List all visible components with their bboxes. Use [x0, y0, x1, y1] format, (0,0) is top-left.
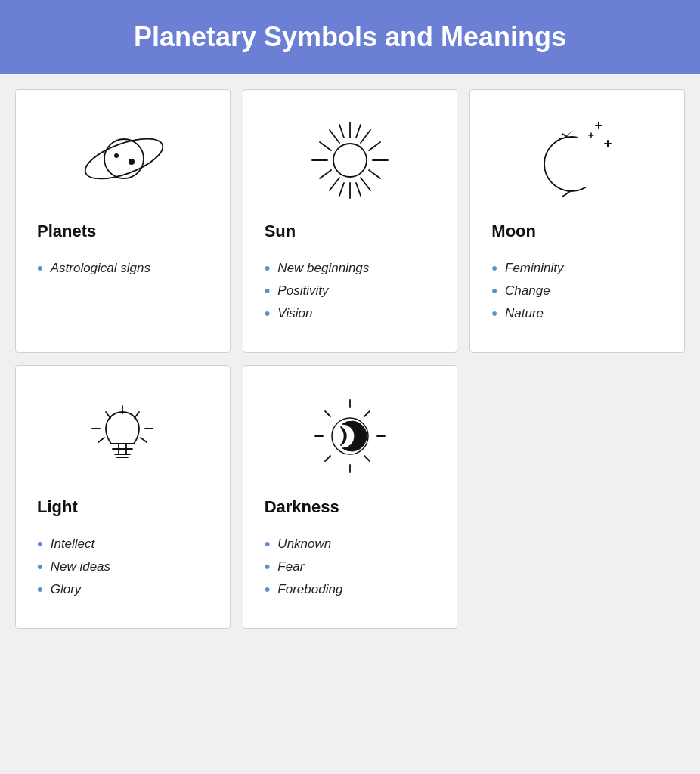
svg-line-10 — [330, 178, 339, 190]
svg-line-39 — [135, 412, 139, 418]
list-item: New ideas — [37, 559, 209, 575]
list-item: Nature — [491, 305, 663, 322]
card-sun: Sun New beginnings Positivity Vision — [243, 89, 458, 353]
svg-line-12 — [330, 130, 339, 143]
list-item: Glory — [37, 581, 209, 598]
svg-line-15 — [369, 170, 380, 178]
svg-line-46 — [325, 411, 330, 416]
svg-line-40 — [98, 438, 104, 442]
moon-divider — [491, 249, 663, 249]
list-item: New beginnings — [265, 260, 436, 277]
svg-line-14 — [369, 142, 380, 150]
svg-line-8 — [361, 178, 370, 190]
list-item: Change — [491, 283, 663, 299]
svg-line-41 — [141, 438, 147, 442]
darkness-title: Darkness — [265, 497, 436, 517]
svg-line-20 — [339, 125, 344, 138]
svg-point-22 — [559, 138, 608, 186]
sun-icon — [265, 111, 436, 209]
page-header: Planetary Symbols and Meanings — [0, 0, 700, 74]
svg-point-4 — [333, 144, 367, 177]
svg-line-19 — [320, 142, 331, 150]
light-icon — [37, 387, 209, 485]
list-item: Foreboding — [265, 581, 436, 598]
svg-point-0 — [104, 139, 144, 178]
card-darkness: Darkness Unknown Fear Foreboding — [243, 365, 458, 629]
svg-line-18 — [320, 170, 331, 178]
list-item: Unknown — [265, 536, 436, 553]
svg-line-6 — [361, 130, 370, 143]
planets-list: Astrological signs — [37, 260, 209, 277]
list-item: Intellect — [37, 536, 209, 553]
sun-title: Sun — [265, 221, 436, 241]
moon-list: Femininity Change Nature — [491, 260, 663, 322]
sun-divider — [265, 249, 436, 249]
svg-line-47 — [364, 411, 370, 416]
page-title: Planetary Symbols and Meanings — [15, 21, 685, 53]
moon-title: Moon — [491, 221, 663, 241]
darkness-divider — [265, 525, 436, 525]
card-planets: Planets Astrological signs — [15, 89, 231, 353]
svg-line-17 — [339, 183, 344, 196]
list-item: Femininity — [491, 260, 663, 277]
svg-line-49 — [364, 456, 370, 461]
svg-point-3 — [114, 153, 119, 158]
light-divider — [37, 525, 209, 525]
svg-line-16 — [356, 183, 361, 196]
svg-line-38 — [106, 412, 110, 418]
darkness-icon — [265, 387, 436, 485]
list-item: Fear — [265, 559, 436, 575]
planets-icon — [37, 111, 209, 209]
list-item: Astrological signs — [37, 260, 209, 277]
svg-point-2 — [129, 159, 135, 165]
light-list: Intellect New ideas Glory — [37, 536, 209, 598]
sun-list: New beginnings Positivity Vision — [265, 260, 436, 322]
card-moon: Moon Femininity Change Nature — [469, 89, 685, 353]
svg-line-13 — [356, 125, 361, 138]
moon-icon — [491, 111, 663, 209]
list-item: Vision — [265, 305, 436, 322]
light-title: Light — [37, 497, 209, 517]
card-light: Light Intellect New ideas Glory — [15, 365, 231, 629]
svg-line-48 — [325, 456, 330, 461]
list-item: Positivity — [265, 283, 436, 299]
darkness-list: Unknown Fear Foreboding — [265, 536, 436, 598]
planets-title: Planets — [37, 221, 209, 241]
planets-divider — [37, 249, 209, 249]
cards-grid: Planets Astrological signs — [0, 74, 700, 644]
